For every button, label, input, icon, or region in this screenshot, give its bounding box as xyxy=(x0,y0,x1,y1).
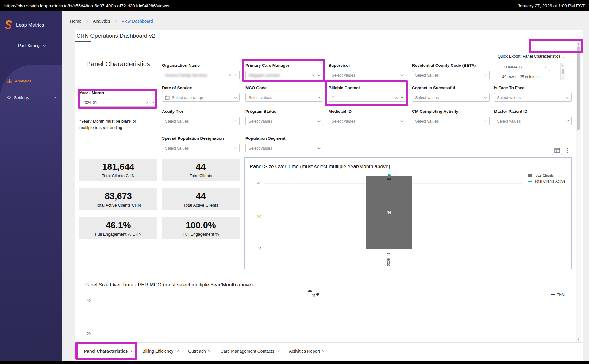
scrollbar-thumb[interactable] xyxy=(562,69,564,74)
tab-panel-characteristics[interactable]: Panel Characteristics xyxy=(84,349,133,354)
tab-activities-report[interactable]: Activities Report xyxy=(289,349,325,354)
window-bottom-edge xyxy=(0,361,589,364)
filter-master-patient-id: Master Patient ID Select values xyxy=(494,109,572,125)
legend-swatch-bar xyxy=(528,174,532,177)
filter-label: Contact Is Successful xyxy=(412,85,490,91)
legend-item-thm[interactable]: THM xyxy=(551,293,565,297)
filter-label: CM Completing Activity xyxy=(412,109,490,114)
special-population-designation-select[interactable]: Select values xyxy=(162,144,240,152)
scroll-down-icon[interactable]: ▼ xyxy=(576,338,581,341)
mco-code-select[interactable]: Select values xyxy=(245,93,323,102)
kpi-label: Total Active Clients xyxy=(183,203,218,207)
y-axis-tick: 0 xyxy=(252,247,261,251)
chevron-down-icon xyxy=(401,119,404,122)
medicaid-id-select[interactable]: Select values xyxy=(329,117,406,125)
organization-name-select[interactable]: Access Family Services × xyxy=(162,71,240,79)
chevron-down-icon xyxy=(484,95,487,98)
sidebar-item-label: Settings xyxy=(14,95,29,100)
tab-care-management-contacts[interactable]: Care Management Contacts xyxy=(221,349,279,354)
chevron-down-icon xyxy=(234,73,237,76)
chevron-down-icon xyxy=(152,100,155,103)
filter-medicaid-id: Medicaid ID Select values xyxy=(329,109,406,125)
point-total-clients-active[interactable] xyxy=(388,174,391,177)
quick-export-scrollbar[interactable]: ▲ ▼ xyxy=(560,63,565,80)
sidebar-item-settings[interactable]: ⚙ Settings xyxy=(7,95,56,100)
point-label: 44 xyxy=(306,289,314,293)
date-of-service-select[interactable]: Select date range xyxy=(162,93,240,102)
sidebar-item-analytics[interactable]: Analytics xyxy=(7,79,31,83)
quick-export-mode-select[interactable]: SUMMARY xyxy=(501,63,550,71)
contact-is-successful-select[interactable]: Select values xyxy=(412,93,490,102)
filter-label: Special Population Designation xyxy=(162,136,240,141)
clear-icon[interactable]: × xyxy=(229,73,231,78)
acuity-tier-select[interactable]: Select values xyxy=(162,117,240,125)
filter-label: Date of Service xyxy=(162,85,240,91)
calendar-icon xyxy=(165,95,170,100)
residential-county-code-select[interactable]: Select values xyxy=(412,71,490,79)
placeholder: Select values xyxy=(415,95,482,100)
x-axis-line xyxy=(264,249,522,249)
legend-label: THM xyxy=(557,293,565,297)
url-text: https://chn.sevida.leapmetrics.io/bi/c55… xyxy=(4,3,170,8)
clear-icon[interactable]: × xyxy=(312,73,315,78)
tab-billing-efficiency[interactable]: Billing Efficiency xyxy=(142,349,178,354)
tab-label: Outreach xyxy=(188,349,206,354)
chevron-down-icon xyxy=(318,119,321,122)
billable-contact-select[interactable]: Y × xyxy=(329,93,406,102)
chevron-down-icon xyxy=(43,44,46,47)
chevron-down-icon xyxy=(53,96,56,99)
kebab-menu-icon[interactable]: ⋮ xyxy=(565,146,570,155)
chevron-down-icon xyxy=(176,349,179,352)
program-status-select[interactable]: Select values xyxy=(245,117,323,125)
tab-outreach[interactable]: Outreach xyxy=(188,349,211,354)
legend-item-total-clients[interactable]: Total Clients xyxy=(528,173,554,178)
placeholder: Select values xyxy=(248,146,315,150)
scroll-up-icon[interactable]: ▲ xyxy=(561,64,565,66)
y-axis-tick: 40 xyxy=(82,298,91,303)
is-face-to-face-select[interactable]: Select values xyxy=(494,93,572,102)
breadcrumb-home[interactable]: Home xyxy=(70,19,81,24)
filter-residential-county-code: Residential County Code (BETA) Select va… xyxy=(412,63,490,79)
chevron-right-icon: › xyxy=(115,18,117,24)
supervisor-select[interactable]: Select values xyxy=(329,71,406,79)
breadcrumb-analytics[interactable]: Analytics xyxy=(93,19,110,24)
dashboard-scrollbar[interactable]: ▲ ▼ xyxy=(576,41,581,342)
selected-value: 2026-01 xyxy=(83,100,144,105)
placeholder: Select values xyxy=(165,146,232,150)
brand: Leap Metrics xyxy=(4,20,44,30)
clear-icon[interactable]: × xyxy=(146,100,149,105)
filter-organization-name: Organization Name Access Family Services… xyxy=(162,63,240,79)
kpi-total-clients-chn: 181,644 Total Clients CHN xyxy=(79,159,157,181)
master-patient-id-select[interactable]: Select values xyxy=(494,117,572,125)
filter-label: Medicaid ID xyxy=(329,109,406,114)
scrollbar-thumb[interactable] xyxy=(577,46,580,130)
placeholder: Select values xyxy=(165,119,232,123)
point-thm[interactable] xyxy=(316,293,319,296)
legend-label: Total Clients Active xyxy=(534,179,565,184)
legend-item-total-clients-active[interactable]: Total Clients Active xyxy=(528,179,565,184)
filter-program-status: Program Status Select values xyxy=(245,109,323,125)
sidebar: Leap Metrics Paul Kirungi Analytics ⚙ Se… xyxy=(0,11,62,361)
filter-year-month: Year / Month 2026-01 × xyxy=(79,90,157,107)
kpi-total-active-clients: 44 Total Active Clients xyxy=(162,188,240,210)
scroll-up-icon[interactable]: ▲ xyxy=(576,42,581,45)
user-menu[interactable]: Paul Kirungi xyxy=(18,43,45,48)
kpi-label: Total Clients CHN xyxy=(102,173,135,178)
application-window: https://chn.sevida.leapmetrics.io/bi/c55… xyxy=(0,0,589,364)
scroll-down-icon[interactable]: ▼ xyxy=(561,77,565,79)
population-segment-select[interactable]: Select values xyxy=(245,144,323,152)
clear-icon[interactable]: × xyxy=(395,95,398,100)
filter-label: Population Segment xyxy=(245,136,323,141)
table-view-button[interactable] xyxy=(552,146,562,155)
gear-icon: ⚙ xyxy=(7,95,11,100)
chevron-down-icon xyxy=(566,119,569,122)
kpi-value: 100.0% xyxy=(186,220,216,230)
year-month-select[interactable]: 2026-01 × xyxy=(79,98,157,107)
dashboard-title: CHN Operations Dashboard v2 xyxy=(76,32,155,39)
filter-label: Acuity Tier xyxy=(162,109,240,114)
primary-care-manager-select[interactable]: Abigayle Leonard × xyxy=(245,71,323,79)
chevron-down-icon xyxy=(401,95,404,98)
breadcrumb-view-dashboard[interactable]: View Dashboard xyxy=(121,19,153,24)
cm-completing-activity-select[interactable]: Select values xyxy=(412,117,490,125)
kpi-total-active-clients-chn: 83,673 Total Active Clients CHN xyxy=(79,188,157,210)
